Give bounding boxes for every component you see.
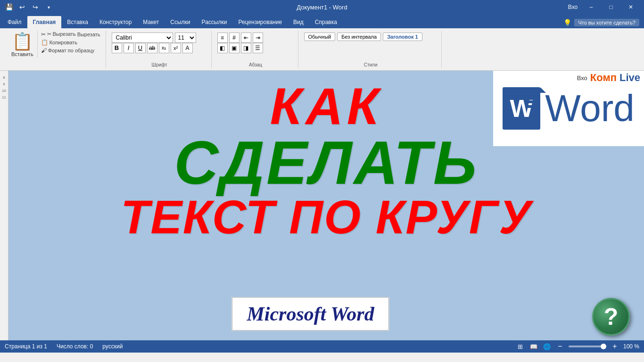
language-info: русский [102, 343, 123, 350]
lightbulb-icon: 💡 [563, 19, 571, 26]
bold-button[interactable]: B [112, 43, 122, 53]
save-icon[interactable]: 💾 [4, 2, 14, 12]
font-style-row: B I U ab x₂ x² A [112, 43, 193, 53]
page-info: Страница 1 из 1 [5, 343, 47, 350]
align-center-button[interactable]: ▣ [229, 43, 239, 53]
list-row: ≡ # ⇤ ⇥ [217, 33, 263, 43]
ruler-mark-9: 9 [0, 81, 8, 88]
redo-icon[interactable]: ↪ [30, 2, 41, 12]
print-layout-button[interactable]: ⊞ [516, 342, 525, 351]
word-app-icon: W [503, 87, 540, 130]
numbering-button[interactable]: # [229, 33, 239, 43]
maximize-button[interactable]: □ [602, 0, 620, 14]
paste-button[interactable]: 📋 Вставить [8, 31, 38, 58]
word-text: Word [545, 87, 635, 130]
superscript-button[interactable]: x² [171, 43, 181, 53]
ruler-mark-8: 8 [0, 74, 8, 81]
font-group-label: Шрифт [112, 62, 207, 68]
word-lines [526, 91, 537, 108]
status-left: Страница 1 из 1 Число слов: 0 русский [5, 343, 123, 350]
paragraph-group: ≡ # ⇤ ⇥ ◧ ▣ ◨ ☰ Абзац [214, 31, 298, 68]
search-box[interactable]: Что вы хотите сделать? [574, 19, 639, 26]
font-name-select[interactable]: Calibri [112, 33, 173, 43]
styles-row: Обычный Без интервала Заголовок 1 [304, 33, 422, 41]
align-left-button[interactable]: ◧ [217, 43, 228, 53]
indent-less-button[interactable]: ⇤ [241, 33, 251, 43]
status-right: ⊞ 📖 🌐 − + 100 % [516, 342, 639, 351]
web-layout-button[interactable]: 🌐 [542, 342, 552, 351]
undo-icon[interactable]: ↩ [17, 2, 27, 12]
styles-group: Обычный Без интервала Заголовок 1 Стили [300, 31, 442, 68]
zoom-out-button[interactable]: − [555, 342, 565, 351]
zoom-thumb [601, 344, 606, 349]
komplive-logo: Вхо КомпLive [573, 71, 644, 85]
font-name-row: Calibri 11 12 14 [112, 33, 196, 43]
cut-button[interactable]: ✂ ✂ Вырезать Вырезать [40, 31, 102, 38]
main-content: 8 9 10 11 КАК СДЕЛАТЬ ТЕКСТ ПО КРУГУ W [0, 71, 644, 340]
style-normal[interactable]: Обычный [304, 33, 336, 41]
highlight-button[interactable]: A [182, 43, 193, 53]
ribbon-content: 📋 Вставить ✂ ✂ Вырезать Вырезать 📋 Копир… [0, 28, 644, 71]
left-ruler: 8 9 10 11 [0, 71, 8, 340]
style-heading1[interactable]: Заголовок 1 [383, 33, 422, 41]
overlay-line1: КАК [270, 80, 383, 132]
overlay-line2: СДЕЛАТЬ [174, 132, 479, 193]
strikethrough-button[interactable]: ab [147, 43, 157, 53]
more-icon[interactable]: ▾ [43, 2, 54, 12]
live-text: Live [619, 72, 640, 84]
title-bar-right: Вхо – □ ✕ [568, 0, 640, 14]
indent-more-button[interactable]: ⇥ [253, 33, 263, 43]
minimize-button[interactable]: – [582, 0, 601, 14]
title-bar: 💾 ↩ ↪ ▾ Документ1 - Word Вхо – □ ✕ [0, 0, 644, 14]
tab-view[interactable]: Вид [288, 16, 309, 28]
subscript-button[interactable]: x₂ [159, 43, 169, 53]
tab-help[interactable]: Справка [309, 16, 343, 28]
align-right-button[interactable]: ◨ [241, 43, 251, 53]
ms-word-box: Microsoft Word [231, 297, 389, 331]
ruler-mark-10: 10 [0, 88, 8, 94]
paragraph-group-label: Абзац [217, 62, 294, 68]
tab-mailings[interactable]: Рассылки [196, 16, 233, 28]
ruler-mark-11: 11 [0, 94, 8, 101]
styles-group-label: Стили [304, 62, 438, 68]
tab-references[interactable]: Ссылки [165, 16, 196, 28]
zoom-slider[interactable] [569, 346, 606, 347]
question-circle[interactable]: ? [592, 298, 630, 336]
italic-button[interactable]: I [124, 43, 134, 53]
tab-insert[interactable]: Вставка [61, 16, 94, 28]
tab-file[interactable]: Файл [2, 16, 27, 28]
read-mode-button[interactable]: 📖 [529, 342, 538, 351]
word-logo-area: W Word Вхо КомпLive [493, 71, 644, 146]
bullets-button[interactable]: ≡ [217, 33, 228, 43]
document-area: КАК СДЕЛАТЬ ТЕКСТ ПО КРУГУ W Word [8, 71, 644, 340]
ribbon-tabs: Файл Главная Вставка Конструктор Макет С… [0, 14, 644, 28]
copy-button[interactable]: 📋 Копировать [40, 39, 102, 46]
align-row: ◧ ▣ ◨ ☰ [217, 43, 263, 53]
window-title: Документ1 - Word [297, 4, 347, 11]
format-painter-button[interactable]: 🖌 Формат по образцу [40, 47, 102, 54]
komp-text: Комп [590, 72, 617, 84]
tab-home[interactable]: Главная [27, 16, 62, 28]
status-bar: Страница 1 из 1 Число слов: 0 русский ⊞ … [0, 340, 644, 353]
overlay-line3: ТЕКСТ ПО КРУГУ [121, 193, 532, 240]
font-group: Calibri 11 12 14 B I U ab x₂ x² A Шрифт [108, 31, 212, 68]
tab-review[interactable]: Рецензирование [232, 16, 288, 28]
clipboard-group: 📋 Вставить ✂ ✂ Вырезать Вырезать 📋 Копир… [4, 31, 106, 68]
cut-copy-area: ✂ ✂ Вырезать Вырезать 📋 Копировать 🖌 Фор… [40, 31, 102, 54]
underline-button[interactable]: U [135, 43, 146, 53]
close-button[interactable]: ✕ [621, 0, 640, 14]
zoom-level: 100 % [623, 343, 639, 350]
font-size-select[interactable]: 11 12 14 [175, 33, 196, 43]
style-no-spacing[interactable]: Без интервала [337, 33, 381, 41]
tab-layout[interactable]: Макет [137, 16, 165, 28]
word-count: Число слов: 0 [57, 343, 93, 350]
vxo-label: Вхо [568, 2, 578, 12]
justify-button[interactable]: ☰ [253, 43, 263, 53]
title-bar-left: 💾 ↩ ↪ ▾ [4, 2, 54, 12]
zoom-in-button[interactable]: + [610, 342, 619, 351]
vxo-text: Вхо [577, 74, 587, 82]
tab-design[interactable]: Конструктор [94, 16, 137, 28]
